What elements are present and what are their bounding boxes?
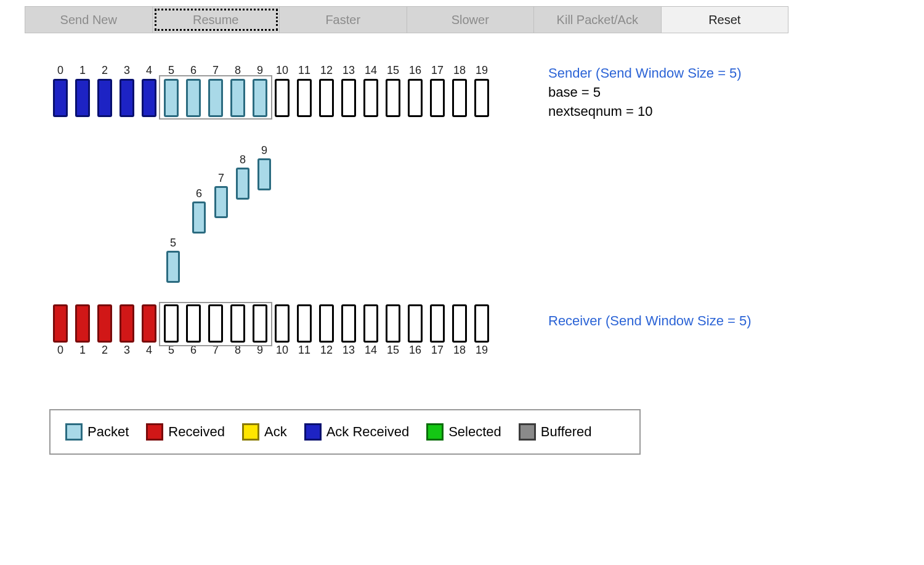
slot-received[interactable] bbox=[142, 304, 156, 343]
slot-empty[interactable] bbox=[386, 304, 400, 343]
slot-empty[interactable] bbox=[297, 79, 312, 117]
slot-empty[interactable] bbox=[341, 79, 356, 117]
slot-received[interactable] bbox=[75, 304, 90, 343]
ack-received-swatch bbox=[304, 423, 322, 441]
slot-col: 19 bbox=[471, 64, 493, 117]
slot-empty[interactable] bbox=[363, 79, 378, 117]
legend-buffered: Buffered bbox=[519, 423, 592, 441]
resume-button[interactable]: Resume bbox=[153, 7, 280, 33]
slot-col: 5 bbox=[160, 64, 182, 117]
slot-number: 6 bbox=[190, 344, 197, 357]
slot-ack_received[interactable] bbox=[97, 79, 112, 117]
slot-col: 17 bbox=[426, 64, 448, 117]
in-flight-number: 8 bbox=[240, 153, 246, 166]
slot-packet[interactable] bbox=[253, 79, 267, 117]
slot-received[interactable] bbox=[53, 304, 68, 343]
in-flight-area: 56789 bbox=[49, 138, 912, 298]
slot-col: 7 bbox=[205, 64, 227, 117]
slot-number: 15 bbox=[387, 344, 399, 357]
slot-number: 3 bbox=[124, 344, 130, 357]
slot-col: 10 bbox=[271, 304, 293, 357]
slot-empty[interactable] bbox=[341, 304, 356, 343]
in-flight-packet[interactable]: 7 bbox=[214, 172, 228, 218]
slot-empty[interactable] bbox=[430, 79, 445, 117]
slot-empty[interactable] bbox=[164, 304, 179, 343]
slot-col: 15 bbox=[382, 304, 404, 357]
slot-packet[interactable] bbox=[230, 79, 245, 117]
slot-empty[interactable] bbox=[474, 304, 489, 343]
slot-number: 5 bbox=[168, 344, 174, 357]
slot-ack_received[interactable] bbox=[53, 79, 68, 117]
slot-received[interactable] bbox=[97, 304, 112, 343]
slot-empty[interactable] bbox=[319, 79, 334, 117]
slot-empty[interactable] bbox=[430, 304, 445, 343]
slot-col: 14 bbox=[360, 64, 382, 117]
slot-empty[interactable] bbox=[452, 79, 467, 117]
receiver-area: 012345678910111213141516171819 Receiver … bbox=[49, 304, 912, 372]
slot-ack_received[interactable] bbox=[120, 79, 134, 117]
legend-label: Ack bbox=[264, 424, 287, 440]
slot-col: 1 bbox=[71, 64, 94, 117]
legend-label: Packet bbox=[87, 424, 129, 440]
slot-number: 3 bbox=[124, 64, 130, 78]
slot-empty[interactable] bbox=[452, 304, 467, 343]
slot-col: 2 bbox=[94, 64, 116, 117]
slot-empty[interactable] bbox=[230, 304, 245, 343]
reset-button[interactable]: Reset bbox=[662, 7, 788, 33]
slot-col: 11 bbox=[293, 304, 315, 357]
slot-number: 1 bbox=[79, 344, 86, 357]
slot-empty[interactable] bbox=[208, 304, 223, 343]
slot-col: 0 bbox=[49, 304, 71, 357]
slot-empty[interactable] bbox=[275, 304, 290, 343]
slot-empty[interactable] bbox=[408, 304, 423, 343]
slot-number: 18 bbox=[453, 64, 466, 78]
packet-swatch bbox=[65, 423, 83, 441]
slot-number: 4 bbox=[146, 64, 152, 78]
in-flight-packet[interactable]: 5 bbox=[166, 237, 180, 283]
slot-ack_received[interactable] bbox=[75, 79, 90, 117]
slot-empty[interactable] bbox=[386, 79, 400, 117]
slot-col: 15 bbox=[382, 64, 404, 117]
in-flight-box bbox=[166, 251, 180, 283]
legend: Packet Received Ack Ack Received Selecte… bbox=[49, 409, 641, 455]
slower-button[interactable]: Slower bbox=[407, 7, 535, 33]
slot-number: 15 bbox=[387, 64, 399, 78]
slot-empty[interactable] bbox=[297, 304, 312, 343]
in-flight-packet[interactable]: 9 bbox=[257, 144, 271, 190]
slot-col: 19 bbox=[471, 304, 493, 357]
slot-col: 18 bbox=[448, 64, 471, 117]
slot-number: 8 bbox=[235, 344, 241, 357]
slot-ack_received[interactable] bbox=[142, 79, 156, 117]
slot-received[interactable] bbox=[120, 304, 134, 343]
slot-col: 1 bbox=[71, 304, 94, 357]
in-flight-packet[interactable]: 8 bbox=[236, 153, 249, 200]
slot-col: 18 bbox=[448, 304, 471, 357]
slot-col: 10 bbox=[271, 64, 293, 117]
in-flight-box bbox=[257, 158, 271, 190]
slot-packet[interactable] bbox=[208, 79, 223, 117]
slot-packet[interactable] bbox=[186, 79, 201, 117]
slot-empty[interactable] bbox=[319, 304, 334, 343]
slot-empty[interactable] bbox=[186, 304, 201, 343]
slot-empty[interactable] bbox=[474, 79, 489, 117]
kill-button[interactable]: Kill Packet/Ack bbox=[534, 7, 662, 33]
slot-col: 17 bbox=[426, 304, 448, 357]
legend-packet: Packet bbox=[65, 423, 129, 441]
slot-col: 6 bbox=[182, 304, 205, 357]
slot-col: 4 bbox=[138, 304, 160, 357]
legend-ack: Ack bbox=[242, 423, 287, 441]
slot-empty[interactable] bbox=[363, 304, 378, 343]
slot-empty[interactable] bbox=[408, 79, 423, 117]
slot-empty[interactable] bbox=[253, 304, 267, 343]
slot-number: 16 bbox=[409, 344, 421, 357]
in-flight-packet[interactable]: 6 bbox=[192, 187, 206, 234]
slot-empty[interactable] bbox=[275, 79, 290, 117]
slot-packet[interactable] bbox=[164, 79, 179, 117]
faster-button[interactable]: Faster bbox=[280, 7, 407, 33]
send-new-button[interactable]: Send New bbox=[25, 7, 153, 33]
legend-label: Selected bbox=[448, 424, 501, 440]
slot-col: 13 bbox=[338, 64, 360, 117]
slot-number: 7 bbox=[213, 64, 219, 78]
slot-number: 13 bbox=[342, 64, 355, 78]
legend-label: Received bbox=[168, 424, 225, 440]
